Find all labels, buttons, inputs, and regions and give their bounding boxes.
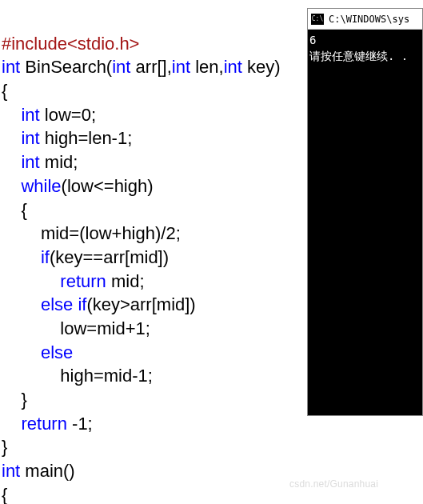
decl-mid: mid; — [40, 152, 78, 172]
brace-close: } — [2, 437, 7, 457]
kw-else: else — [41, 342, 73, 362]
kw-if: if — [78, 294, 86, 314]
fn-binsearch: BinSearch( — [20, 57, 112, 77]
kw-int: int — [172, 57, 190, 77]
console-icon: C:\ — [311, 14, 324, 25]
elseif-cond: (key>arr[mid]) — [86, 294, 195, 314]
preproc-header: <stdio.h> — [67, 34, 140, 54]
brace-close-inner: } — [2, 390, 27, 410]
stmt-low-assign: low=mid+1; — [2, 318, 150, 338]
console-prompt: 请按任意键继续. . — [309, 49, 421, 65]
kw-return: return — [60, 271, 106, 291]
brace-open: { — [2, 81, 7, 101]
stmt-mid-assign: mid=(low+high)/2; — [2, 223, 181, 243]
kw-int: int — [21, 105, 39, 125]
param-key: key) — [242, 57, 281, 77]
watermark: csdn.net/Gunanhuai — [289, 478, 378, 490]
kw-int: int — [2, 57, 20, 77]
console-window[interactable]: C:\ C:\WINDOWS\sys 6 请按任意键继续. . — [307, 8, 423, 416]
fn-main: main() — [20, 461, 74, 481]
kw-int: int — [21, 152, 39, 172]
if-cond: (key==arr[mid]) — [50, 247, 169, 267]
return-neg1: -1; — [67, 414, 93, 434]
kw-while: while — [21, 176, 61, 196]
kw-return: return — [21, 414, 66, 434]
brace-open-main: { — [2, 485, 7, 504]
console-output-value: 6 — [309, 33, 421, 49]
console-title: C:\WINDOWS\sys — [329, 14, 409, 25]
return-mid: mid; — [106, 271, 145, 291]
param-len: len, — [190, 57, 224, 77]
console-body[interactable]: 6 请按任意键继续. . — [308, 30, 422, 67]
while-cond: (low<=high) — [62, 176, 154, 196]
console-titlebar[interactable]: C:\ C:\WINDOWS\sys — [308, 9, 422, 30]
decl-high: high=len-1; — [40, 128, 133, 148]
stmt-high-assign: high=mid-1; — [2, 366, 153, 386]
brace-open-inner: { — [21, 200, 26, 220]
kw-int: int — [2, 461, 20, 481]
kw-int: int — [224, 57, 242, 77]
kw-int: int — [112, 57, 130, 77]
decl-low: low=0; — [40, 105, 96, 125]
preproc-include: #include — [2, 34, 67, 54]
kw-if: if — [41, 247, 50, 267]
kw-int: int — [21, 128, 39, 148]
param-arr: arr[], — [130, 57, 171, 77]
kw-else: else — [41, 294, 73, 314]
